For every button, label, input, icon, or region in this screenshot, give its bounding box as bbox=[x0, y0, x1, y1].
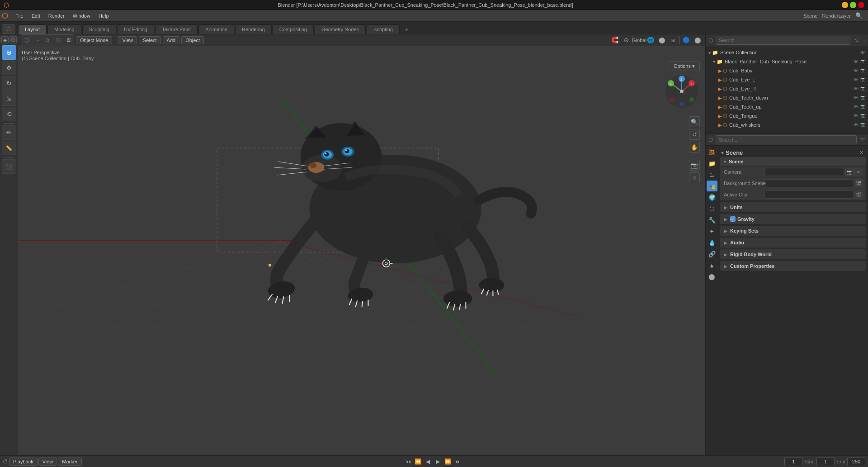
add-cube-button[interactable]: ⬛ bbox=[2, 159, 16, 174]
current-frame-input[interactable]: 1 bbox=[784, 457, 802, 466]
viewport-pan-button[interactable]: ✋ bbox=[689, 142, 700, 152]
viewport-ortho-button[interactable]: ⬡ bbox=[689, 172, 700, 183]
tab-animation[interactable]: Animation bbox=[198, 24, 234, 34]
add-workspace-button[interactable]: + bbox=[401, 25, 412, 34]
viewport-icon-tab[interactable]: ⬡ bbox=[2, 24, 15, 34]
viewport-camera-button[interactable]: 📷 bbox=[689, 160, 700, 171]
select-tool-button[interactable]: ⬡ bbox=[0, 36, 0, 43]
viewport-snap-icon[interactable]: 🧲 bbox=[610, 35, 620, 45]
world-properties-icon[interactable]: 🌍 bbox=[707, 192, 717, 203]
menu-window[interactable]: Window bbox=[69, 12, 94, 19]
close-button[interactable] bbox=[858, 2, 864, 8]
viewport-mode-icon[interactable]: ⬡ bbox=[22, 35, 32, 45]
view-layer-properties-icon[interactable]: 🗂 bbox=[707, 169, 717, 180]
options-button[interactable]: Options ▾ bbox=[669, 62, 700, 71]
viewport-orbit-button[interactable]: ↺ bbox=[689, 129, 700, 140]
menu-file[interactable]: File bbox=[12, 12, 27, 19]
object-mode-button[interactable]: Object Mode bbox=[76, 36, 112, 44]
scene-properties-icon[interactable]: 🎭 bbox=[707, 181, 717, 191]
scene-section-header[interactable]: ▾ Scene bbox=[720, 157, 866, 167]
camera-value[interactable] bbox=[764, 168, 844, 176]
tab-rendering[interactable]: Rendering bbox=[235, 24, 272, 34]
outliner-item-cub-baby[interactable]: ▶ ⬡ Cub_Baby 👁 📷 bbox=[706, 66, 868, 75]
viewport-solid-icon[interactable]: ⬛ bbox=[53, 35, 63, 45]
constraint-properties-icon[interactable]: 🔗 bbox=[707, 248, 717, 259]
viewport-matcap-icon[interactable]: 🔵 bbox=[681, 35, 691, 45]
viewport-dots-icon[interactable]: ··· bbox=[32, 35, 42, 45]
active-clip-value[interactable] bbox=[764, 191, 853, 199]
viewport-gizmo-icon[interactable]: 🌐 bbox=[646, 35, 656, 45]
cub-eye-l-eye[interactable]: 👁 📷 bbox=[854, 77, 865, 82]
rotate-tool-button[interactable]: ↻ bbox=[2, 76, 16, 91]
viewport-view-button[interactable]: View bbox=[118, 36, 137, 44]
play-button[interactable]: ▶ bbox=[434, 457, 443, 466]
cub-baby-eye[interactable]: 👁 📷 bbox=[854, 68, 865, 73]
outliner-item-cub-whiskers[interactable]: ▶ ⬡ Cub_whiskers 👁 📷 bbox=[706, 120, 868, 129]
cub-tongue-eye[interactable]: 👁 📷 bbox=[854, 113, 865, 119]
tab-compositing[interactable]: Compositing bbox=[273, 24, 314, 34]
viewport-zoom-button[interactable]: 🔍 bbox=[689, 116, 700, 127]
material-properties-icon[interactable]: ⬤ bbox=[707, 271, 717, 282]
properties-filter-icon[interactable]: ⌥ bbox=[859, 137, 865, 143]
jump-start-button[interactable]: ⏮ bbox=[404, 457, 413, 466]
start-frame-input[interactable]: 1 bbox=[816, 457, 835, 466]
timeline-marker-button[interactable]: Marker bbox=[58, 457, 81, 466]
render-properties-icon[interactable]: 🖼 bbox=[707, 147, 717, 157]
viewport-cavity-icon[interactable]: ⬤ bbox=[693, 35, 703, 45]
transform-tool-button[interactable]: ⟲ bbox=[2, 107, 16, 121]
viewport-overlay-icon[interactable]: ⬤ bbox=[657, 35, 667, 45]
outliner-item-cub-teeth-down[interactable]: ▶ ⬡ Cub_Teeth_down 👁 📷 bbox=[706, 93, 868, 102]
select-lasso-button[interactable]: ⬡ bbox=[9, 36, 17, 43]
annotate-tool-button[interactable]: ✏ bbox=[2, 125, 16, 140]
blender-menu-logo[interactable]: ⬡ bbox=[2, 11, 8, 20]
viewport[interactable]: ⬡ ··· ⬡ ⬛ 🖼 Object Mode View Select Add … bbox=[18, 34, 705, 455]
rigid-body-world-section-header[interactable]: ▶ Rigid Body World bbox=[720, 249, 866, 260]
scene-close-icon[interactable]: ✕ bbox=[859, 150, 863, 156]
scene-selector[interactable]: Scene bbox=[803, 13, 817, 19]
tab-scripting[interactable]: Scripting bbox=[367, 24, 400, 34]
step-forward-button[interactable]: ⏩ bbox=[443, 457, 453, 466]
measure-tool-button[interactable]: 📏 bbox=[2, 141, 16, 155]
custom-properties-section-header[interactable]: ▶ Custom Properties bbox=[720, 261, 866, 272]
viewport-xray-icon[interactable]: ⧆ bbox=[668, 35, 678, 45]
output-properties-icon[interactable]: 📁 bbox=[707, 158, 717, 169]
move-tool-button[interactable]: ✥ bbox=[2, 61, 16, 75]
search-icon-header[interactable]: 🔍 bbox=[855, 12, 863, 19]
navigation-gizmo[interactable]: X Y Z bbox=[664, 73, 700, 110]
cursor-tool-button[interactable]: ⊕ bbox=[2, 45, 16, 60]
viewport-global-button[interactable]: Global bbox=[634, 35, 644, 45]
viewport-object-button[interactable]: Object bbox=[181, 36, 204, 44]
object-properties-icon[interactable]: ⬡ bbox=[707, 203, 717, 214]
viewport-render-icon[interactable]: 🖼 bbox=[63, 35, 73, 45]
timeline-view-button[interactable]: View bbox=[38, 457, 57, 466]
background-scene-value[interactable] bbox=[766, 179, 853, 187]
viewport-select-button[interactable]: Select bbox=[139, 36, 161, 44]
outliner-scene-collection[interactable]: ▾ 📁 Scene Collection 👁 bbox=[706, 48, 868, 57]
units-section-header[interactable]: ▶ Units bbox=[720, 202, 866, 213]
camera-picker-button[interactable]: 📷 bbox=[845, 168, 854, 176]
outliner-search-input[interactable] bbox=[716, 36, 850, 45]
play-reverse-button[interactable]: ◀ bbox=[424, 457, 433, 466]
outliner-item-cub-teeth-up[interactable]: ▶ ⬡ Cub_Teeth_up 👁 📷 bbox=[706, 102, 868, 111]
data-properties-icon[interactable]: ▲ bbox=[707, 260, 717, 271]
outliner-filter-icon[interactable]: ⌥ bbox=[853, 37, 859, 43]
scale-tool-button[interactable]: ⇲ bbox=[2, 91, 16, 106]
cub-eye-r-eye[interactable]: 👁 📷 bbox=[854, 86, 865, 91]
outliner-item-cub-tongue[interactable]: ▶ ⬡ Cub_Tongue 👁 📷 bbox=[706, 111, 868, 120]
step-back-button[interactable]: ⏪ bbox=[414, 457, 423, 466]
physics-properties-icon[interactable]: 💧 bbox=[707, 237, 717, 248]
outliner-panther-collection[interactable]: ▾ 📁 Black_Panther_Cub_Sneaking_Pose 👁 📷 bbox=[706, 57, 868, 66]
gravity-section-header[interactable]: ▶ ✓ Gravity bbox=[720, 214, 866, 224]
menu-render[interactable]: Render bbox=[45, 12, 68, 19]
background-scene-picker-button[interactable]: 🎬 bbox=[854, 179, 863, 187]
gravity-checkbox[interactable]: ✓ bbox=[730, 216, 736, 222]
maximize-button[interactable] bbox=[850, 2, 856, 8]
end-frame-input[interactable]: 250 bbox=[847, 457, 865, 466]
viewport-wire-icon[interactable]: ⬡ bbox=[42, 35, 52, 45]
viewport-canvas[interactable]: User Perspective (1) Scene Collection | … bbox=[18, 46, 705, 455]
cub-whiskers-eye[interactable]: 👁 📷 bbox=[854, 122, 865, 128]
keying-sets-section-header[interactable]: ▶ Keying Sets bbox=[720, 226, 866, 236]
tab-modeling[interactable]: Modeling bbox=[47, 24, 81, 34]
render-layer-selector[interactable]: RenderLayer bbox=[822, 13, 851, 19]
tab-sculpting[interactable]: Sculpting bbox=[82, 24, 116, 34]
